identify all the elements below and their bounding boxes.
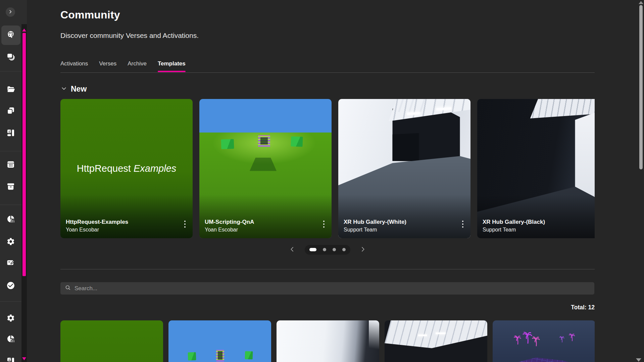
sidebar-divider: [0, 301, 21, 302]
card-author: Support Team: [483, 227, 595, 233]
sidebar-item-collections[interactable]: [0, 48, 21, 67]
tab-bar: Activations Verses Archive Templates: [60, 60, 186, 72]
new-section-header[interactable]: New: [60, 85, 87, 94]
sidebar-item-boards-2[interactable]: [0, 352, 21, 362]
card-footer: XR Hub Gallery-(White) Support Team: [338, 195, 470, 238]
card-author: Yoan Escobar: [205, 227, 326, 233]
page-scrollbar-thumb[interactable]: [639, 5, 643, 169]
globe-search-icon: [6, 30, 15, 40]
sidebar-item-approvals[interactable]: [0, 276, 21, 296]
tab-verses[interactable]: Verses: [99, 60, 116, 72]
sidebar-item-events[interactable]: [0, 155, 21, 175]
pie-chart-icon: [6, 334, 15, 345]
sidebar-scrollbar: [21, 0, 27, 362]
card-title: XR Hub Gallery-(Black): [483, 219, 595, 225]
tab-templates[interactable]: Templates: [158, 60, 186, 72]
card-footer: HttpRequest-Examples Yoan Escobar: [60, 195, 193, 238]
sidebar-divider: [0, 205, 21, 205]
sidebar-item-settings-2[interactable]: [0, 309, 21, 328]
template-thumbnail[interactable]: [60, 320, 163, 362]
carousel-prev-button[interactable]: [289, 246, 296, 253]
layers-icon: [6, 53, 15, 63]
template-thumbnail[interactable]: [168, 320, 271, 362]
pie-chart-icon: [6, 215, 15, 225]
card-author: Yoan Escobar: [66, 227, 187, 233]
check-circle-icon: [6, 281, 15, 291]
sidebar-expand-button[interactable]: [6, 7, 15, 17]
carousel-page-dots: [305, 245, 350, 255]
thumbnail-image: [493, 320, 595, 362]
sidebar-item-templates[interactable]: [0, 102, 21, 121]
sidebar-scrollbar-thumb[interactable]: [22, 33, 26, 276]
template-thumbnail[interactable]: [385, 320, 487, 362]
dashboard-icon: [6, 128, 15, 139]
template-card[interactable]: UM-Scripting-QnA Yoan Escobar: [199, 99, 332, 238]
app-window: Community Discover community Verses and …: [0, 0, 644, 362]
card-footer: UM-Scripting-QnA Yoan Escobar: [199, 195, 332, 238]
search-icon: [65, 285, 71, 292]
search-input[interactable]: [75, 285, 590, 292]
thumbnail-image: [60, 320, 163, 362]
template-thumbnail[interactable]: [493, 320, 595, 362]
total-count: Total: 12: [60, 304, 595, 311]
card-footer: XR Hub Gallery-(Black) Support Team: [477, 195, 595, 238]
template-grid: [60, 320, 595, 362]
carousel-page-dot-3[interactable]: [333, 248, 336, 251]
gear-icon: [6, 237, 15, 247]
thumbnail-image: [385, 320, 487, 348]
sidebar-item-analytics-2[interactable]: [0, 330, 21, 349]
carousel-pagination: [60, 244, 595, 255]
page-scroll-down-arrow[interactable]: [636, 358, 641, 362]
sidebar-scroll-up-arrow[interactable]: [22, 29, 26, 32]
gear-icon: [6, 314, 15, 324]
card-title: XR Hub Gallery-(White): [344, 219, 465, 225]
sidebar-item-boards[interactable]: [0, 124, 21, 143]
card-edit-icon: [6, 258, 15, 268]
sidebar-item-archive[interactable]: [0, 177, 21, 197]
template-thumbnail[interactable]: [277, 320, 379, 362]
dashboard-icon: [6, 357, 15, 362]
card-author: Support Team: [344, 227, 465, 233]
page-subtitle: Discover community Verses and Activation…: [60, 32, 199, 40]
carousel-page-dot-1[interactable]: [309, 248, 316, 251]
kebab-menu-icon[interactable]: [184, 220, 186, 228]
section-divider: [60, 269, 595, 269]
thumbnail-image: [369, 320, 379, 351]
new-section-title: New: [71, 85, 87, 94]
tab-archive[interactable]: Archive: [128, 60, 147, 72]
template-card[interactable]: HttpRequest Examples HttpRequest-Example…: [60, 99, 193, 238]
page-scroll-up-arrow[interactable]: [639, 1, 643, 4]
sidebar-divider: [0, 71, 21, 71]
sidebar-item-analytics[interactable]: [0, 210, 21, 229]
folder-open-icon: [6, 85, 15, 95]
search-bar: [60, 282, 594, 295]
sidebar-divider: [0, 151, 21, 151]
chevron-down-icon: [60, 85, 67, 93]
sidebar-item-settings[interactable]: [0, 232, 21, 252]
carousel-next-button[interactable]: [359, 246, 366, 253]
tab-activations[interactable]: Activations: [60, 60, 88, 72]
template-card[interactable]: XR Hub Gallery-(White) Support Team: [338, 99, 470, 238]
kebab-menu-icon[interactable]: [323, 220, 325, 228]
copy-icon: [6, 106, 15, 116]
chevron-right-icon: [8, 9, 13, 15]
tabbar-divider: [60, 72, 595, 73]
sidebar-item-licenses[interactable]: [0, 254, 21, 273]
kebab-menu-icon[interactable]: [462, 220, 464, 228]
new-templates-carousel: HttpRequest Examples HttpRequest-Example…: [60, 99, 595, 238]
carousel-page-dot-2[interactable]: [323, 248, 326, 251]
sidebar-scroll-down-arrow[interactable]: [22, 357, 26, 360]
sidebar-item-files[interactable]: [0, 80, 21, 100]
sidebar: [0, 0, 21, 362]
sidebar-item-community[interactable]: [0, 25, 21, 45]
archive-box-icon: [6, 182, 15, 192]
cover-text: HttpRequest Examples: [60, 163, 193, 174]
template-card[interactable]: XR Hub Gallery-(Black) Support Team: [477, 99, 595, 238]
calendar-dots-icon: [6, 160, 15, 170]
carousel-page-dot-4[interactable]: [342, 248, 346, 251]
card-title: UM-Scripting-QnA: [205, 219, 326, 225]
page-title: Community: [60, 9, 120, 21]
card-title: HttpRequest-Examples: [66, 219, 187, 225]
